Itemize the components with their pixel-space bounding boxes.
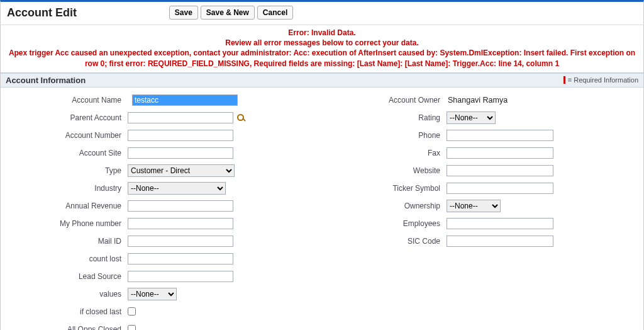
label-count-lost: count lost bbox=[3, 254, 128, 263]
label-fax: Fax bbox=[322, 149, 447, 157]
row-parent-account: Parent Account bbox=[3, 109, 322, 127]
row-industry: Industry --None-- bbox=[3, 179, 322, 197]
phone-input[interactable] bbox=[447, 130, 553, 141]
account-owner-value: Shangavi Ramya bbox=[447, 96, 508, 105]
row-count-lost: count lost bbox=[3, 250, 322, 268]
lookup-icon[interactable] bbox=[236, 113, 246, 123]
account-site-input[interactable] bbox=[128, 147, 233, 159]
control-parent-account bbox=[128, 112, 246, 123]
left-column: Account Name Parent Account Account Numb… bbox=[3, 91, 322, 330]
parent-account-input[interactable] bbox=[128, 112, 233, 123]
label-all-opps-closed: All Opps Closed bbox=[3, 325, 128, 330]
account-name-input[interactable] bbox=[132, 94, 238, 106]
row-mail-id: Mail ID bbox=[3, 232, 322, 250]
required-legend: = Required Information bbox=[564, 76, 638, 84]
label-rating: Rating bbox=[322, 113, 447, 122]
page-title: Account Edit bbox=[7, 6, 77, 20]
sic-code-input[interactable] bbox=[447, 236, 553, 247]
label-industry: Industry bbox=[3, 184, 128, 193]
row-all-opps-closed: All Opps Closed bbox=[3, 321, 322, 330]
row-ownership: Ownership --None-- bbox=[322, 197, 641, 215]
cancel-button[interactable]: Cancel bbox=[257, 6, 293, 20]
row-lead-source: Lead Source bbox=[3, 268, 322, 285]
mail-id-input[interactable] bbox=[128, 236, 233, 247]
error-title: Error: Invalid Data. bbox=[3, 28, 641, 38]
save-button[interactable]: Save bbox=[169, 6, 198, 20]
row-employees: Employees bbox=[322, 215, 641, 232]
row-type: Type Customer - Direct bbox=[3, 162, 322, 179]
type-select[interactable]: Customer - Direct bbox=[128, 164, 235, 177]
label-account-site: Account Site bbox=[3, 149, 128, 157]
my-phone-input[interactable] bbox=[128, 218, 233, 229]
row-ticker-symbol: Ticker Symbol bbox=[322, 179, 641, 197]
label-account-name: Account Name bbox=[3, 96, 128, 105]
all-opps-closed-checkbox[interactable] bbox=[128, 325, 136, 330]
label-parent-account: Parent Account bbox=[3, 113, 128, 122]
row-if-closed-last: if closed last bbox=[3, 303, 322, 321]
label-ticker-symbol: Ticker Symbol bbox=[322, 184, 447, 193]
label-type: Type bbox=[3, 166, 128, 175]
row-fax: Fax bbox=[322, 144, 641, 162]
label-website: Website bbox=[322, 166, 447, 175]
label-sic-code: SIC Code bbox=[322, 237, 447, 246]
row-annual-revenue: Annual Revenue bbox=[3, 197, 322, 215]
website-input[interactable] bbox=[447, 165, 553, 176]
row-account-owner: Account Owner Shangavi Ramya bbox=[322, 91, 641, 109]
label-account-owner: Account Owner bbox=[322, 96, 447, 105]
page-header: Account Edit Save Save & New Cancel bbox=[1, 2, 643, 25]
error-detail: Apex trigger Acc caused an unexpected ex… bbox=[3, 48, 641, 68]
row-values: values --None-- bbox=[3, 285, 322, 303]
account-number-input[interactable] bbox=[128, 130, 233, 141]
row-website: Website bbox=[322, 162, 641, 179]
control-account-name bbox=[128, 94, 238, 106]
row-my-phone: My Phone number bbox=[3, 215, 322, 232]
label-employees: Employees bbox=[322, 219, 447, 228]
label-my-phone: My Phone number bbox=[3, 219, 128, 228]
label-account-number: Account Number bbox=[3, 131, 128, 140]
label-mail-id: Mail ID bbox=[3, 237, 128, 246]
row-account-site: Account Site bbox=[3, 144, 322, 162]
section-header: Account Information = Required Informati… bbox=[1, 73, 643, 88]
row-account-number: Account Number bbox=[3, 127, 322, 144]
row-rating: Rating --None-- bbox=[322, 109, 641, 127]
label-lead-source: Lead Source bbox=[3, 272, 128, 281]
lead-source-input[interactable] bbox=[128, 271, 233, 282]
label-values: values bbox=[3, 290, 128, 299]
right-column: Account Owner Shangavi Ramya Rating --No… bbox=[322, 91, 641, 330]
form-body: Account Name Parent Account Account Numb… bbox=[1, 88, 643, 330]
if-closed-last-checkbox[interactable] bbox=[128, 307, 136, 316]
section-title: Account Information bbox=[6, 76, 86, 85]
annual-revenue-input[interactable] bbox=[128, 200, 233, 212]
fax-input[interactable] bbox=[447, 147, 553, 159]
row-account-name: Account Name bbox=[3, 91, 322, 109]
save-and-new-button[interactable]: Save & New bbox=[201, 6, 255, 20]
row-phone: Phone bbox=[322, 127, 641, 144]
industry-select[interactable]: --None-- bbox=[128, 182, 226, 195]
required-legend-text: = Required Information bbox=[568, 76, 638, 84]
label-if-closed-last: if closed last bbox=[3, 307, 128, 316]
values-select[interactable]: --None-- bbox=[128, 288, 177, 300]
count-lost-input[interactable] bbox=[128, 253, 233, 265]
ownership-select[interactable]: --None-- bbox=[447, 200, 501, 212]
header-buttons: Save Save & New Cancel bbox=[169, 6, 293, 20]
ticker-symbol-input[interactable] bbox=[447, 183, 553, 194]
label-ownership: Ownership bbox=[322, 202, 447, 210]
label-phone: Phone bbox=[322, 131, 447, 140]
rating-select[interactable]: --None-- bbox=[447, 111, 496, 124]
error-message: Error: Invalid Data. Review all error me… bbox=[1, 25, 643, 73]
employees-input[interactable] bbox=[447, 218, 553, 229]
error-subtitle: Review all error messages below to corre… bbox=[3, 38, 641, 48]
label-annual-revenue: Annual Revenue bbox=[3, 202, 128, 210]
row-sic-code: SIC Code bbox=[322, 232, 641, 250]
required-indicator-icon bbox=[564, 76, 565, 84]
account-edit-page: Account Edit Save Save & New Cancel Erro… bbox=[0, 0, 644, 330]
